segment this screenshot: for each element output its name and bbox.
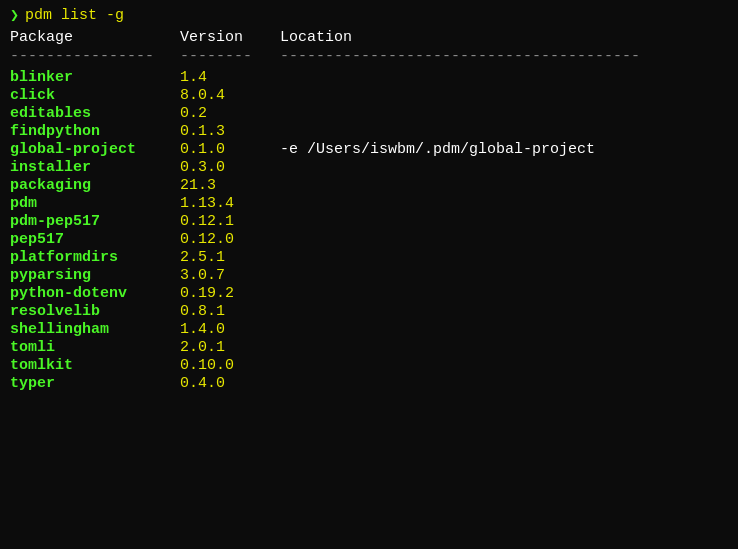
table-row: global-project0.1.0-e /Users/iswbm/.pdm/… (10, 141, 728, 158)
pkg-location: -e /Users/iswbm/.pdm/global-project (280, 141, 728, 158)
prompt-line: ❯ pdm list -g (10, 6, 728, 25)
table-row: python-dotenv0.19.2 (10, 285, 728, 302)
pkg-location (280, 177, 728, 194)
header-package: Package (10, 29, 180, 46)
table-row: tomlkit0.10.0 (10, 357, 728, 374)
table-row: pdm-pep5170.12.1 (10, 213, 728, 230)
pkg-version: 0.1.3 (180, 123, 280, 140)
pkg-version: 0.3.0 (180, 159, 280, 176)
table-row: packaging21.3 (10, 177, 728, 194)
pkg-location (280, 87, 728, 104)
pkg-name: click (10, 87, 180, 104)
table-row: editables0.2 (10, 105, 728, 122)
divider-version: -------- (180, 48, 280, 65)
pkg-version: 1.4.0 (180, 321, 280, 338)
table-row: typer0.4.0 (10, 375, 728, 392)
pkg-name: installer (10, 159, 180, 176)
table-row: click8.0.4 (10, 87, 728, 104)
pkg-version: 0.4.0 (180, 375, 280, 392)
pkg-version: 2.5.1 (180, 249, 280, 266)
pkg-name: pyparsing (10, 267, 180, 284)
pkg-version: 1.13.4 (180, 195, 280, 212)
pkg-location (280, 285, 728, 302)
pkg-name: resolvelib (10, 303, 180, 320)
pkg-version: 3.0.7 (180, 267, 280, 284)
pkg-name: blinker (10, 69, 180, 86)
table-row: resolvelib0.8.1 (10, 303, 728, 320)
pkg-location (280, 231, 728, 248)
divider-package: ---------------- (10, 48, 180, 65)
pkg-location (280, 303, 728, 320)
pkg-version: 0.2 (180, 105, 280, 122)
pkg-name: editables (10, 105, 180, 122)
pkg-location (280, 105, 728, 122)
terminal: ❯ pdm list -g Package Version Location -… (0, 0, 738, 549)
pkg-location (280, 159, 728, 176)
pkg-location (280, 69, 728, 86)
header-location: Location (280, 29, 728, 46)
pkg-name: typer (10, 375, 180, 392)
pkg-name: python-dotenv (10, 285, 180, 302)
divider-location: ---------------------------------------- (280, 48, 728, 65)
pkg-name: pdm (10, 195, 180, 212)
table-row: installer0.3.0 (10, 159, 728, 176)
table-row: findpython0.1.3 (10, 123, 728, 140)
prompt-arrow: ❯ (10, 6, 19, 25)
table-row: shellingham1.4.0 (10, 321, 728, 338)
pkg-version: 0.1.0 (180, 141, 280, 158)
table-row: pyparsing3.0.7 (10, 267, 728, 284)
table-header: Package Version Location (10, 29, 728, 46)
pkg-location (280, 375, 728, 392)
table-row: pdm1.13.4 (10, 195, 728, 212)
pkg-location (280, 195, 728, 212)
table-row: blinker1.4 (10, 69, 728, 86)
pkg-location (280, 267, 728, 284)
pkg-version: 0.12.0 (180, 231, 280, 248)
pkg-name: platformdirs (10, 249, 180, 266)
header-version: Version (180, 29, 280, 46)
pkg-location (280, 339, 728, 356)
pkg-name: tomli (10, 339, 180, 356)
pkg-version: 2.0.1 (180, 339, 280, 356)
pkg-version: 0.12.1 (180, 213, 280, 230)
table-row: pep5170.12.0 (10, 231, 728, 248)
pkg-location (280, 213, 728, 230)
pkg-version: 21.3 (180, 177, 280, 194)
prompt-command: pdm list -g (25, 7, 124, 24)
pkg-name: packaging (10, 177, 180, 194)
pkg-version: 8.0.4 (180, 87, 280, 104)
pkg-location (280, 249, 728, 266)
pkg-name: findpython (10, 123, 180, 140)
pkg-location (280, 321, 728, 338)
pkg-version: 0.8.1 (180, 303, 280, 320)
table-row: platformdirs2.5.1 (10, 249, 728, 266)
pkg-name: global-project (10, 141, 180, 158)
pkg-location (280, 357, 728, 374)
pkg-name: pdm-pep517 (10, 213, 180, 230)
pkg-name: tomlkit (10, 357, 180, 374)
pkg-name: shellingham (10, 321, 180, 338)
packages-list: blinker1.4click8.0.4editables0.2findpyth… (10, 69, 728, 392)
pkg-version: 1.4 (180, 69, 280, 86)
pkg-name: pep517 (10, 231, 180, 248)
divider-row: ---------------- -------- --------------… (10, 48, 728, 65)
pkg-location (280, 123, 728, 140)
table-row: tomli2.0.1 (10, 339, 728, 356)
pkg-version: 0.10.0 (180, 357, 280, 374)
pkg-version: 0.19.2 (180, 285, 280, 302)
